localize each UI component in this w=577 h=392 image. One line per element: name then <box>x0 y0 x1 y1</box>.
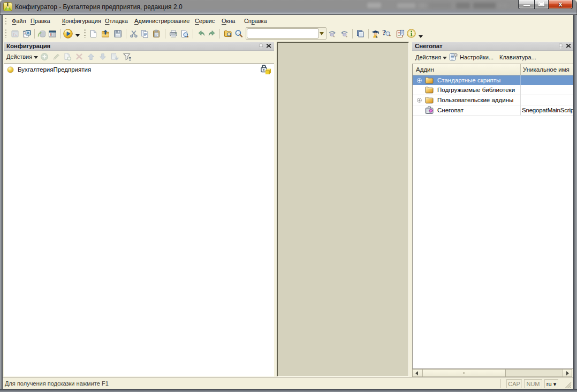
svg-text:?: ? <box>382 28 386 37</box>
